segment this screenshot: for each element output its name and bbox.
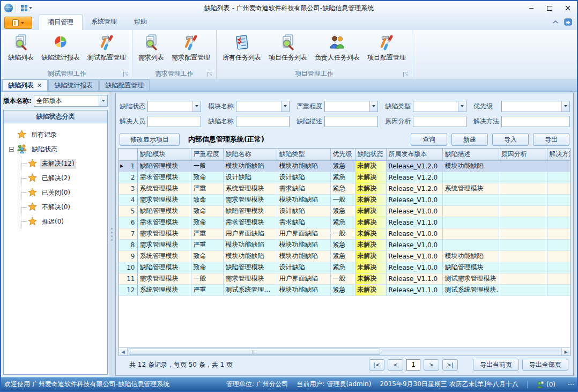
grid-cell — [547, 194, 570, 205]
filter-dropdown-严重程度[interactable] — [324, 101, 378, 112]
table-row[interactable]: ▶1缺陷管理模块一般模块功能缺陷模块功能缺陷紧急未解决Release_V1.2.… — [119, 160, 570, 172]
chevron-down-icon[interactable] — [99, 95, 107, 106]
resize-grip[interactable] — [568, 384, 574, 385]
first-page-button[interactable]: |< — [369, 359, 384, 371]
table-row[interactable]: 11需求管理模块一般需求管理模块用户界面缺陷一般未解决Release_V1.1.… — [119, 273, 570, 284]
export-all-pages-button[interactable]: 导出全部页 — [522, 359, 568, 371]
filter-dropdown-缺陷状态[interactable] — [147, 101, 201, 112]
message-indicator[interactable]: (0) — [536, 381, 555, 388]
ribbon-button[interactable]: 项目任务列表 — [265, 32, 311, 63]
table-row[interactable]: 5缺陷管理模块致命缺陷管理模块设计缺陷紧急未解决Release_V1.0.0 — [119, 205, 570, 217]
table-row[interactable]: 9系统管理模块致命模块功能缺陷模块功能缺陷紧急未解决Release_V1.0.0… — [119, 250, 570, 262]
filter-input-解决人员[interactable] — [147, 116, 201, 127]
tree-node[interactable]: 已解决(2) — [21, 171, 105, 186]
document-tab-缺陷统计报表[interactable]: 缺陷统计报表 — [48, 79, 99, 91]
ribbon-button[interactable]: 需求配置管理 — [168, 32, 214, 63]
import-button[interactable]: 导入 — [492, 133, 529, 146]
filter-input-缺陷名称[interactable] — [236, 116, 290, 127]
status-cell: 未解决 — [355, 217, 386, 228]
dialog-launcher-icon[interactable]: ↘ — [403, 72, 408, 77]
scroll-right-icon[interactable]: ▶ — [561, 348, 570, 356]
ribbon-button[interactable]: 需求列表 — [135, 32, 168, 63]
ribbon-button[interactable]: 缺陷列表 — [4, 32, 38, 63]
close-tab-icon[interactable]: ✕ — [37, 82, 42, 89]
ribbon-button[interactable]: 负责人任务列表 — [311, 32, 364, 63]
chevron-down-icon[interactable] — [561, 101, 569, 112]
dialog-launcher-icon[interactable]: ↘ — [123, 72, 128, 77]
document-tab-缺陷配置管理[interactable]: 缺陷配置管理 — [99, 79, 150, 91]
column-header-缺陷描述[interactable]: 缺陷描述 — [442, 149, 499, 160]
modify-display-items-button[interactable]: 修改显示项目 — [120, 133, 180, 146]
column-header-原因分析[interactable]: 原因分析 — [499, 149, 547, 160]
collapse-ribbon-icon[interactable] — [552, 20, 559, 24]
column-header-所属发布版本[interactable]: 所属发布版本 — [386, 149, 442, 160]
dialog-launcher-icon[interactable]: ↘ — [208, 72, 212, 77]
minimize-button[interactable]: ─ — [522, 2, 540, 14]
splitter-handle[interactable] — [109, 92, 114, 377]
column-header-严重程度[interactable]: 严重程度 — [191, 149, 223, 160]
table-row[interactable]: 7需求管理模块严重用户界面缺陷用户界面缺陷一般未解决Release_V1.0.0 — [119, 228, 570, 239]
chevron-down-icon[interactable] — [458, 101, 466, 112]
chevron-down-icon[interactable] — [281, 101, 289, 112]
grid-cell: 需求缺陷 — [277, 217, 330, 228]
column-header-解决方法[interactable]: 解决方法 — [547, 149, 570, 160]
ribbon-button[interactable]: 所有任务列表 — [219, 32, 265, 63]
tree-node[interactable]: 已关闭(0) — [21, 186, 105, 200]
ribbon-button[interactable]: 测试配置管理 — [84, 32, 130, 63]
table-row[interactable]: 4需求管理模块致命需求管理模块模块功能缺陷一般未解决Release_V1.0.0 — [119, 194, 570, 205]
ribbon-button[interactable]: 缺陷统计报表 — [38, 32, 84, 63]
page-number-input[interactable] — [406, 359, 420, 371]
query-button[interactable]: 查询 — [411, 133, 447, 146]
table-row[interactable]: 3系统管理模块严重系统管理模块需求缺陷紧急未解决Release_V1.2.0系统… — [119, 183, 570, 194]
ribbon-tab-系统管理[interactable]: 系统管理 — [83, 14, 125, 30]
filter-dropdown-缺陷类型[interactable] — [413, 101, 466, 112]
filter-input-缺陷描述[interactable] — [324, 116, 378, 127]
grid-cell: 模块功能缺陷 — [223, 250, 277, 262]
filter-input-解决方法[interactable] — [501, 116, 570, 127]
tree-expander-icon[interactable] — [9, 147, 14, 152]
quick-access-toolbar-button[interactable] — [19, 4, 34, 12]
last-page-button[interactable]: >| — [442, 359, 458, 371]
ribbon-tab-项目管理[interactable]: 项目管理 — [39, 14, 83, 30]
table-row[interactable]: 8需求管理模块严重模块功能缺陷模块功能缺陷紧急未解决Release_V1.0.0 — [119, 239, 570, 250]
version-select[interactable]: 全部版本 — [34, 95, 108, 107]
scrollbar-track[interactable] — [128, 348, 561, 356]
tree-node[interactable]: 不解决(0) — [21, 200, 105, 215]
filter-input-原因分析[interactable] — [413, 116, 466, 127]
scrollbar-thumb[interactable] — [129, 349, 380, 355]
application-menu-button[interactable] — [4, 17, 32, 29]
chevron-down-icon[interactable] — [369, 101, 377, 112]
grid-cell: Release_V1.0.0 — [386, 250, 442, 262]
star-icon — [28, 159, 37, 169]
table-row[interactable]: 2需求管理模块致命设计缺陷设计缺陷紧急未解决Release_V1.2.0 — [119, 172, 570, 183]
tree-node[interactable]: 推迟(0) — [21, 215, 105, 229]
maximize-button[interactable] — [540, 2, 559, 14]
new-button[interactable]: 新建 — [451, 133, 488, 146]
table-row[interactable]: 6需求管理模块致命需求管理模块需求缺陷紧急未解决Release_V1.1.0 — [119, 217, 570, 228]
column-header-缺陷类型[interactable]: 缺陷类型 — [277, 149, 330, 160]
chevron-down-icon[interactable] — [192, 101, 201, 112]
ribbon-button[interactable]: 项目配置管理 — [364, 32, 410, 63]
table-row[interactable]: 10缺陷管理模块致命缺陷管理模块设计缺陷紧急未解决Release_V1.0.0缺… — [119, 262, 570, 273]
ribbon-tab-帮助[interactable]: 帮助 — [125, 14, 155, 30]
column-header-缺陷状态[interactable]: 缺陷状态 — [355, 149, 386, 160]
export-current-page-button[interactable]: 导出当前页 — [473, 359, 519, 371]
tree-node[interactable]: 所有记录 — [9, 128, 105, 142]
help-window-icon[interactable] — [564, 18, 573, 26]
filter-dropdown-优先级[interactable] — [501, 101, 570, 112]
column-header-缺陷名称[interactable]: 缺陷名称 — [223, 149, 277, 160]
close-button[interactable]: × — [559, 2, 577, 14]
prev-page-button[interactable]: < — [388, 359, 403, 371]
document-tab-缺陷列表[interactable]: 缺陷列表✕ — [2, 79, 48, 91]
next-page-button[interactable]: > — [424, 359, 439, 371]
scroll-left-icon[interactable]: ◀ — [119, 348, 128, 356]
column-header-缺陷模块[interactable]: 缺陷模块 — [137, 149, 191, 160]
tree-node[interactable]: 缺陷状态 — [9, 142, 105, 157]
table-row[interactable]: 12系统管理模块严重测试系统管理...模块功能缺陷紧急未解决Release_V1… — [119, 284, 570, 295]
column-header-优先级[interactable]: 优先级 — [330, 149, 355, 160]
filter-dropdown-模块名称[interactable] — [236, 101, 290, 112]
tree-node[interactable]: 未解决(12) — [21, 157, 105, 171]
horizontal-scrollbar[interactable]: ◀ ▶ — [119, 347, 570, 356]
filter-label: 缺陷类型 — [385, 102, 413, 111]
export-button[interactable]: 导出 — [533, 133, 569, 146]
